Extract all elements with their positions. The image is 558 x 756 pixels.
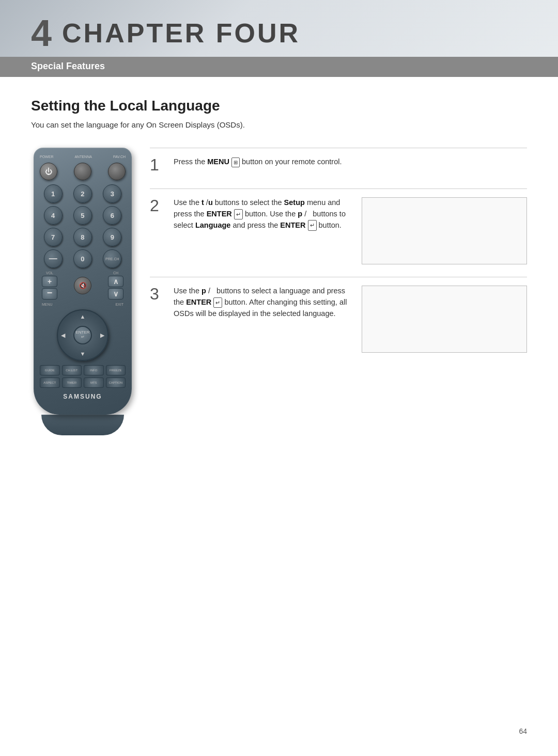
enter-symbol-2b: ↵	[308, 220, 317, 231]
btn-4[interactable]: 4	[44, 206, 63, 225]
remote-control: POWER ANTENNA FAV.CH ⏻ 1 2 3	[34, 148, 132, 415]
step-2-number: 2	[150, 197, 165, 214]
vol-label: VOL	[46, 271, 53, 275]
steps-column: 1 Press the MENU ⊞ button on your remote…	[150, 148, 527, 435]
special-features-text: Special Features	[31, 61, 105, 71]
antenna-label: ANTENNA	[74, 155, 91, 159]
step-3-text: Use the p / buttons to select a language…	[174, 286, 351, 319]
vol-up-button[interactable]: +	[42, 276, 57, 287]
vol-ch-row: VOL + − 🔇 CH ∧ ∨	[40, 271, 126, 300]
dpad-area: ▲ ▼ ◀ ▶ ENTER↵	[40, 309, 126, 361]
content-area: POWER ANTENNA FAV.CH ⏻ 1 2 3	[31, 148, 527, 435]
bottom-buttons: GUIDE CH.LIST INFO FREEZE ASPECT TIMER M…	[40, 365, 126, 388]
menu-symbol: ⊞	[231, 158, 240, 167]
step-2-box	[362, 197, 527, 264]
btn-8[interactable]: 8	[73, 228, 92, 246]
step-1-row: 1 Press the MENU ⊞ button on your remote…	[150, 148, 527, 173]
antenna-button[interactable]	[74, 163, 91, 180]
dpad-down: ▼	[80, 351, 86, 357]
vol-down-button[interactable]: −	[42, 288, 57, 300]
section-subtitle: You can set the language for any On Scre…	[31, 120, 527, 129]
guide-button[interactable]: GUIDE	[40, 365, 60, 375]
menu-label: MENU	[42, 303, 53, 306]
step-1-number: 1	[150, 156, 165, 173]
power-icon: ⏻	[45, 167, 52, 176]
caption-button[interactable]: CAPTION	[106, 377, 126, 388]
special-features-bar: Special Features	[0, 57, 558, 76]
vol-group: VOL + −	[42, 271, 57, 300]
freeze-button[interactable]: FREEZE	[106, 365, 126, 375]
mute-button[interactable]: 🔇	[74, 277, 91, 294]
info-button[interactable]: INFO	[84, 365, 104, 375]
remote-bottom	[41, 415, 124, 435]
menu-exit-labels: MENU EXIT	[40, 303, 126, 306]
step-2-row: 2 Use the t /u buttons to select the Set…	[150, 197, 527, 264]
step-3-row: 3 Use the p / buttons to select a langua…	[150, 286, 527, 353]
favch-button[interactable]	[108, 163, 126, 180]
btn-0[interactable]: 0	[73, 249, 92, 268]
btn-5[interactable]: 5	[73, 206, 92, 225]
step-3-text-area: Use the p / buttons to select a language…	[174, 286, 351, 319]
chapter-title-row: 4 CHAPTER FOUR	[31, 14, 527, 57]
page-title: Setting the Local Language	[31, 98, 527, 114]
step-2-content: Use the t /u buttons to select the Setup…	[174, 197, 527, 264]
aspect-button[interactable]: ASPECT	[40, 377, 60, 388]
timer-button[interactable]: TIMER	[62, 377, 82, 388]
btn-2[interactable]: 2	[73, 184, 92, 203]
number-grid: 1 2 3 4 5 6 7 8 9 — 0 PRE.CH	[40, 184, 126, 268]
step-3-box	[362, 286, 527, 353]
ch-down-button[interactable]: ∨	[108, 288, 123, 300]
ch-group: CH ∧ ∨	[108, 271, 123, 300]
step-1-content: Press the MENU ⊞ button on your remote c…	[174, 156, 527, 168]
enter-symbol-3: ↵	[213, 297, 222, 308]
btn-dash[interactable]: —	[44, 249, 63, 268]
power-label: POWER	[40, 155, 53, 159]
step-2-text-area: Use the t /u buttons to select the Setup…	[174, 197, 351, 231]
chapter-number: 4	[31, 14, 52, 52]
mts-button[interactable]: MTS	[84, 377, 104, 388]
step-3-number: 3	[150, 286, 165, 302]
main-content: Setting the Local Language You can set t…	[0, 77, 558, 456]
step-2-wrapper: 2 Use the t /u buttons to select the Set…	[150, 188, 527, 264]
samsung-logo: SAMSUNG	[40, 393, 126, 400]
power-button[interactable]: ⏻	[40, 163, 57, 180]
btn-7[interactable]: 7	[44, 228, 63, 246]
step-3-content: Use the p / buttons to select a language…	[174, 286, 527, 353]
chapter-header: 4 CHAPTER FOUR Special Features	[0, 0, 558, 77]
remote-top-labels: POWER ANTENNA FAV.CH	[40, 155, 126, 159]
btn-prech[interactable]: PRE.CH	[103, 249, 121, 268]
dpad[interactable]: ▲ ▼ ◀ ▶ ENTER↵	[57, 309, 109, 361]
favch-label: FAV.CH	[113, 155, 126, 159]
mute-icon: 🔇	[79, 282, 87, 289]
btn-1[interactable]: 1	[44, 184, 63, 203]
ch-up-button[interactable]: ∧	[108, 276, 123, 287]
btn-3[interactable]: 3	[103, 184, 121, 203]
remote-container: POWER ANTENNA FAV.CH ⏻ 1 2 3	[31, 148, 134, 435]
enter-button[interactable]: ENTER↵	[73, 326, 92, 344]
dpad-left: ◀	[61, 332, 65, 339]
enter-symbol-2: ↵	[234, 209, 243, 220]
chlist-button[interactable]: CH.LIST	[62, 365, 82, 375]
btn-9[interactable]: 9	[103, 228, 121, 246]
ch-label: CH	[113, 271, 118, 275]
dpad-right: ▶	[100, 332, 104, 339]
exit-label: EXIT	[115, 303, 123, 306]
step-2-text: Use the t /u buttons to select the Setup…	[174, 197, 351, 231]
remote-top-buttons: ⏻	[40, 163, 126, 180]
step-3-wrapper: 3 Use the p / buttons to select a langua…	[150, 277, 527, 353]
step-1-text: Press the MENU ⊞ button on your remote c…	[174, 156, 527, 168]
chapter-title: CHAPTER FOUR	[62, 18, 300, 52]
dpad-up: ▲	[80, 313, 86, 320]
btn-6[interactable]: 6	[103, 206, 121, 225]
page-number: 64	[519, 727, 527, 735]
